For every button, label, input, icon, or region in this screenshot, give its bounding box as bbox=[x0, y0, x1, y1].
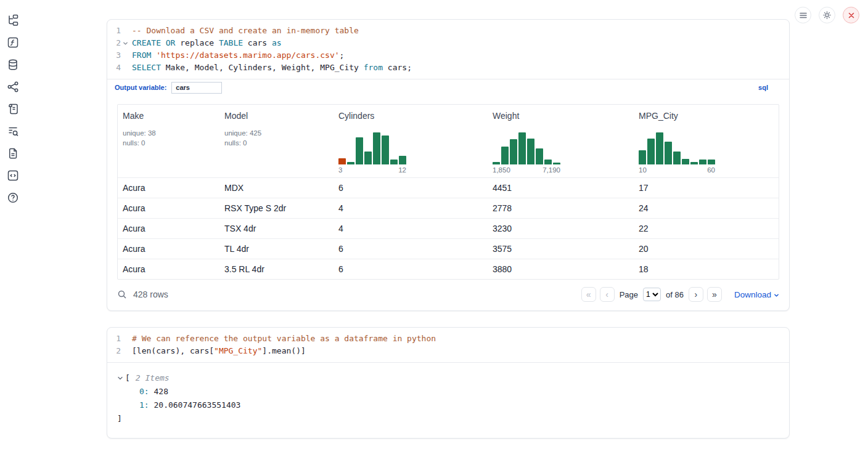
close-bracket: ] bbox=[117, 412, 122, 426]
column-header[interactable]: MPG_City1060 bbox=[634, 105, 779, 177]
histogram-bar[interactable] bbox=[493, 162, 500, 164]
histogram-bar[interactable] bbox=[373, 132, 380, 164]
column-stat: unique: 38 bbox=[123, 128, 215, 138]
page-select[interactable]: 1 bbox=[643, 288, 661, 301]
close-icon[interactable] bbox=[843, 7, 859, 23]
gear-icon[interactable] bbox=[819, 7, 835, 23]
menu-icon[interactable] bbox=[795, 7, 811, 23]
table-row[interactable]: AcuraTL 4dr6357520 bbox=[118, 238, 779, 259]
histogram-bar[interactable] bbox=[647, 139, 655, 164]
histogram-bar[interactable] bbox=[518, 132, 526, 164]
file-tree-icon[interactable] bbox=[4, 11, 22, 30]
code-line[interactable]: 4SELECT Make, Model, Cylinders, Weight, … bbox=[107, 62, 782, 74]
table-cell: RSX Type S 2dr bbox=[219, 198, 334, 218]
column-header[interactable]: Weight1,8507,190 bbox=[488, 105, 634, 177]
column-histogram[interactable]: 1060 bbox=[639, 132, 715, 174]
column-header[interactable]: Modelunique: 425nulls: 0 bbox=[219, 105, 334, 177]
histogram-bars bbox=[639, 132, 715, 164]
column-header[interactable]: Makeunique: 38nulls: 0 bbox=[118, 105, 219, 177]
histogram-bar[interactable] bbox=[338, 158, 346, 164]
table-cell: 6 bbox=[334, 259, 488, 279]
histogram-bar[interactable] bbox=[390, 160, 398, 164]
table-row[interactable]: AcuraRSX Type S 2dr4277824 bbox=[118, 198, 779, 218]
table-row[interactable]: AcuraTSX 4dr4323022 bbox=[118, 218, 779, 238]
histogram-bar[interactable] bbox=[356, 137, 363, 164]
table-cell: 3880 bbox=[488, 259, 634, 279]
table-row[interactable]: AcuraMDX6445117 bbox=[118, 177, 779, 198]
histogram-bar[interactable] bbox=[347, 162, 354, 164]
fold-chevron-icon[interactable] bbox=[121, 37, 129, 49]
column-stats: unique: 38nulls: 0 bbox=[123, 128, 215, 148]
help-icon[interactable] bbox=[4, 188, 22, 207]
histogram-bar[interactable] bbox=[690, 162, 698, 164]
functions-icon[interactable] bbox=[4, 33, 22, 52]
histogram-bar[interactable] bbox=[699, 160, 706, 164]
histogram-max-label: 7,190 bbox=[542, 166, 560, 174]
search-icon[interactable] bbox=[117, 289, 127, 299]
code-line[interactable]: 1-- Download a CSV and create an in-memo… bbox=[107, 25, 782, 37]
table-cell: 4451 bbox=[488, 177, 634, 198]
database-icon[interactable] bbox=[4, 55, 22, 74]
table-cell: 3.5 RL 4dr bbox=[219, 259, 334, 279]
output-variable-bar: Output variable: sql bbox=[107, 79, 789, 95]
fold-gutter bbox=[121, 62, 129, 74]
download-button[interactable]: Download bbox=[734, 290, 779, 299]
scroll-icon[interactable] bbox=[4, 100, 22, 118]
histogram-bar[interactable] bbox=[656, 132, 663, 164]
histogram-bar[interactable] bbox=[527, 139, 534, 164]
sql-cell: 1-- Download a CSV and create an in-memo… bbox=[107, 19, 790, 311]
python-code-editor[interactable]: 1# We can reference the output variable … bbox=[107, 328, 789, 362]
histogram-bar[interactable] bbox=[382, 136, 389, 164]
code-line[interactable]: 2CREATE OR replace TABLE cars as bbox=[107, 37, 782, 49]
column-header[interactable]: Cylinders312 bbox=[334, 105, 488, 177]
first-page-button[interactable]: « bbox=[581, 287, 596, 302]
histogram-bar[interactable] bbox=[682, 159, 689, 164]
page-label: Page bbox=[620, 290, 638, 299]
histogram-bar[interactable] bbox=[553, 163, 560, 164]
code-text: SELECT Make, Model, Cylinders, Weight, M… bbox=[129, 62, 412, 74]
histogram-bar[interactable] bbox=[501, 147, 509, 164]
line-number: 3 bbox=[107, 49, 121, 62]
histogram-min-label: 1,850 bbox=[493, 166, 510, 174]
table-cell: Acura bbox=[118, 259, 219, 279]
text-search-icon[interactable] bbox=[4, 122, 22, 140]
histogram-bar[interactable] bbox=[673, 152, 681, 164]
open-bracket: [ bbox=[125, 371, 130, 385]
column-stat: nulls: 0 bbox=[224, 138, 329, 148]
code-panel-icon[interactable] bbox=[4, 166, 22, 185]
next-page-button[interactable]: › bbox=[689, 287, 703, 302]
line-number: 2 bbox=[107, 345, 121, 357]
snippets-icon[interactable] bbox=[4, 144, 22, 163]
histogram-bar[interactable] bbox=[544, 160, 552, 164]
histogram-bar[interactable] bbox=[665, 142, 672, 164]
line-number: 1 bbox=[107, 25, 121, 37]
histogram-bar[interactable] bbox=[708, 160, 715, 164]
column-histogram[interactable]: 1,8507,190 bbox=[493, 132, 560, 174]
collapse-chevron-icon[interactable] bbox=[117, 375, 123, 381]
histogram-bar[interactable] bbox=[399, 156, 406, 164]
previous-page-button[interactable]: ‹ bbox=[600, 287, 615, 302]
line-number: 1 bbox=[107, 333, 121, 345]
output-variable-input[interactable] bbox=[171, 82, 222, 94]
column-label: Model bbox=[224, 111, 329, 121]
table-cell: 22 bbox=[634, 218, 779, 238]
code-line[interactable]: 1# We can reference the output variable … bbox=[107, 333, 782, 345]
notebook-actions bbox=[795, 7, 859, 23]
histogram-bar[interactable] bbox=[510, 139, 517, 164]
line-number: 4 bbox=[107, 62, 121, 74]
output-list-item: 0: 428 bbox=[117, 385, 779, 398]
histogram-bar[interactable] bbox=[364, 152, 372, 164]
code-line[interactable]: 2[len(cars), cars["MPG_City"].mean()] bbox=[107, 345, 782, 357]
last-page-button[interactable]: » bbox=[707, 287, 722, 302]
table-cell: Acura bbox=[118, 218, 219, 238]
histogram-bars bbox=[338, 132, 406, 164]
code-line[interactable]: 3FROM 'https://datasets.marimo.app/cars.… bbox=[107, 49, 782, 62]
sql-code-editor[interactable]: 1-- Download a CSV and create an in-memo… bbox=[107, 20, 789, 79]
python-output: [ 2 Items 0: 4281: 20.060747663551403 ] bbox=[107, 362, 789, 438]
left-panel-toolbar bbox=[0, 11, 26, 211]
table-row[interactable]: Acura3.5 RL 4dr6388018 bbox=[118, 259, 779, 279]
column-histogram[interactable]: 312 bbox=[338, 132, 406, 174]
histogram-bar[interactable] bbox=[639, 150, 646, 164]
histogram-bar[interactable] bbox=[536, 148, 543, 164]
dependency-graph-icon[interactable] bbox=[4, 78, 22, 96]
